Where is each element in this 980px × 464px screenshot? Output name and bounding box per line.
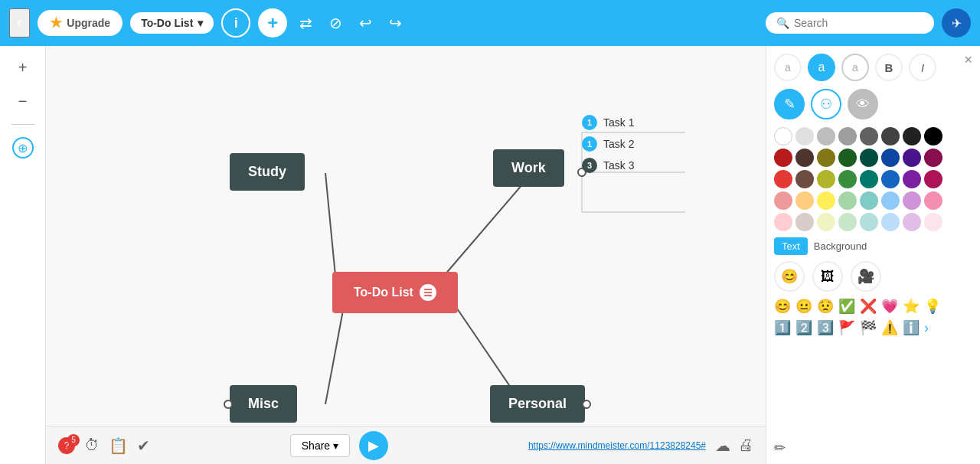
color-pastel-yellow[interactable]: [817, 213, 835, 231]
emoji-more-button[interactable]: ›: [924, 320, 929, 336]
color-light-red[interactable]: [774, 191, 792, 210]
text-tab-button[interactable]: Text: [774, 237, 808, 255]
color-darker-gray[interactable]: [881, 127, 900, 145]
color-light-purple[interactable]: [903, 191, 921, 210]
color-blue[interactable]: [881, 170, 900, 188]
color-dark-pink[interactable]: [924, 149, 942, 167]
undo-button[interactable]: ↩: [354, 11, 377, 35]
emoji-warning[interactable]: ⚠️: [881, 319, 898, 336]
task-item-1[interactable]: 1 Task 1: [582, 115, 634, 130]
cloud-save-button[interactable]: ☁: [715, 436, 730, 455]
edit-section-button[interactable]: ✎: [774, 89, 805, 119]
emoji-info[interactable]: ℹ️: [903, 319, 920, 336]
color-dark-purple[interactable]: [903, 149, 921, 167]
misc-node[interactable]: Misc: [230, 385, 297, 423]
pencil-icon[interactable]: ✏: [774, 439, 786, 456]
notes-button[interactable]: 📋: [109, 436, 128, 455]
video-button[interactable]: 🎥: [851, 261, 881, 292]
color-red[interactable]: [774, 170, 792, 188]
color-gray[interactable]: [817, 127, 835, 145]
zoom-out-button[interactable]: −: [9, 87, 37, 115]
color-pastel-blue[interactable]: [881, 213, 900, 231]
check-button[interactable]: ✔: [137, 436, 150, 455]
play-button[interactable]: ▶: [359, 431, 388, 460]
image-button[interactable]: 🖼: [812, 261, 843, 292]
personal-node[interactable]: Personal: [490, 385, 585, 423]
color-dark-brown[interactable]: [795, 149, 814, 167]
color-pastel-purple[interactable]: [903, 213, 921, 231]
text-italic-button[interactable]: I: [909, 54, 936, 81]
add-node-button[interactable]: +: [258, 8, 287, 38]
color-black[interactable]: [924, 127, 942, 145]
emoji-flag-green[interactable]: 🏁: [860, 319, 877, 336]
color-olive[interactable]: [817, 170, 835, 188]
people-section-button[interactable]: ⚇: [811, 89, 841, 119]
help-button[interactable]: ? 5: [58, 437, 75, 454]
emoji-happy[interactable]: 😊: [774, 298, 791, 315]
emoji-three[interactable]: 3️⃣: [817, 319, 834, 336]
center-node[interactable]: To-Do List ☰: [332, 272, 458, 313]
color-pastel-pink[interactable]: [924, 213, 942, 231]
target-button[interactable]: ⊕: [9, 134, 37, 162]
color-dark-red[interactable]: [774, 149, 792, 167]
emoji-heart[interactable]: 💗: [881, 298, 898, 315]
emoji-sad[interactable]: 😟: [817, 298, 834, 315]
color-dark-blue[interactable]: [881, 149, 900, 167]
emoji-x[interactable]: ❌: [860, 298, 877, 315]
color-light-gray[interactable]: [795, 127, 814, 145]
print-button[interactable]: 🖨: [738, 436, 753, 454]
emoji-picker-button[interactable]: 😊: [774, 261, 805, 292]
emoji-star[interactable]: ⭐: [903, 298, 920, 315]
diagram-title-button[interactable]: To-Do List ▾: [130, 12, 214, 34]
task-item-3[interactable]: 3 Task 3: [582, 158, 634, 173]
color-dark-olive[interactable]: [817, 149, 835, 167]
color-pastel-teal[interactable]: [860, 213, 878, 231]
color-almost-black[interactable]: [903, 127, 921, 145]
upgrade-button[interactable]: ★ Upgrade: [38, 10, 122, 36]
work-node[interactable]: Work: [493, 149, 564, 187]
emoji-two[interactable]: 2️⃣: [795, 319, 812, 336]
color-light-green[interactable]: [838, 191, 857, 210]
study-node[interactable]: Study: [230, 153, 305, 191]
connect-button[interactable]: ⇄: [295, 11, 317, 35]
text-plain-button[interactable]: a: [774, 54, 802, 81]
share-button[interactable]: Share ▾: [290, 434, 350, 457]
info-button[interactable]: i: [221, 8, 250, 38]
color-light-orange[interactable]: [795, 191, 814, 210]
eye-section-button[interactable]: 👁: [848, 89, 878, 119]
history-button[interactable]: ⏱: [84, 436, 100, 454]
color-pastel-brown[interactable]: [795, 213, 814, 231]
emoji-bulb[interactable]: 💡: [924, 298, 941, 315]
color-light-teal[interactable]: [860, 191, 878, 210]
emoji-flag-red[interactable]: 🚩: [838, 319, 855, 336]
color-pastel-green[interactable]: [838, 213, 857, 231]
color-brown[interactable]: [795, 170, 814, 188]
color-light-blue[interactable]: [881, 191, 900, 210]
color-dark-teal[interactable]: [860, 149, 878, 167]
text-bold-button[interactable]: B: [875, 54, 903, 81]
color-teal[interactable]: [860, 170, 878, 188]
emoji-one[interactable]: 1️⃣: [774, 319, 791, 336]
color-white[interactable]: [774, 127, 792, 145]
task-item-2[interactable]: 1 Task 2: [582, 136, 634, 152]
color-pastel-red[interactable]: [774, 213, 792, 231]
redo-button[interactable]: ↪: [384, 11, 407, 35]
color-dark-green[interactable]: [838, 149, 857, 167]
color-pink[interactable]: [924, 170, 942, 188]
avatar[interactable]: ✈: [942, 8, 971, 38]
color-yellow[interactable]: [817, 191, 835, 210]
emoji-neutral[interactable]: 😐: [795, 298, 812, 315]
color-dark-gray[interactable]: [860, 127, 878, 145]
zoom-in-button[interactable]: +: [9, 54, 37, 81]
block-button[interactable]: ⊘: [325, 11, 347, 35]
color-light-pink[interactable]: [924, 191, 942, 210]
color-med-gray[interactable]: [838, 127, 857, 145]
text-filled-button[interactable]: a: [808, 54, 835, 81]
text-outlined-button[interactable]: a: [841, 54, 869, 81]
emoji-check[interactable]: ✅: [838, 298, 855, 315]
search-input[interactable]: [794, 17, 923, 29]
back-button[interactable]: ‹: [9, 8, 30, 38]
color-green[interactable]: [838, 170, 857, 188]
panel-close-button[interactable]: ×: [964, 52, 972, 68]
bg-tab-button[interactable]: Background: [814, 240, 867, 252]
